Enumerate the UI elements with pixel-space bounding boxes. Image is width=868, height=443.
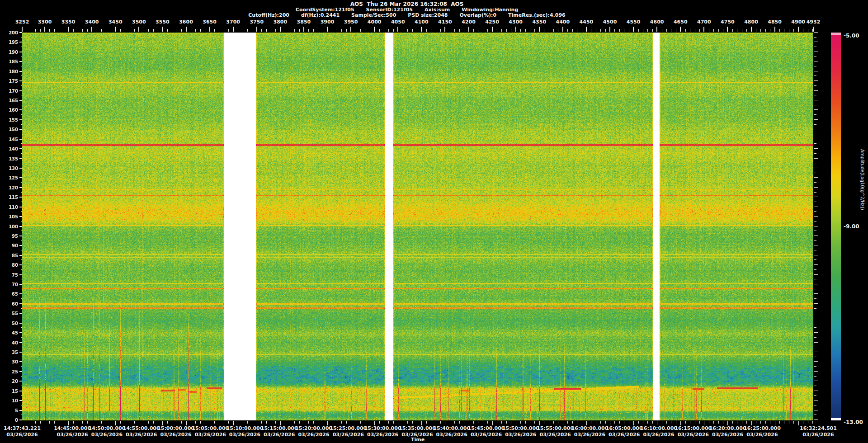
time-minor-tick (271, 421, 271, 424)
freq-right-tick (814, 47, 816, 47)
record-major-tick (421, 27, 422, 32)
record-minor-tick (224, 29, 224, 32)
record-tick-label: 4932 (807, 19, 821, 25)
record-minor-tick (214, 29, 215, 32)
record-tick-label: 4800 (744, 19, 758, 25)
record-minor-tick (125, 29, 125, 32)
freq-tick-label: 70 (2, 282, 18, 287)
time-minor-tick (713, 421, 714, 424)
record-minor-tick (360, 29, 361, 32)
time-minor-tick (398, 421, 398, 425)
freq-tick-label: 35 (2, 350, 18, 355)
record-minor-tick (643, 29, 643, 32)
record-minor-tick (511, 29, 511, 32)
freq-tick-label: 160 (2, 108, 18, 113)
freq-right-tick (814, 293, 818, 294)
time-minor-tick (167, 421, 168, 424)
time-minor-tick (685, 421, 686, 424)
time-tick-label: 16:05:00.000 (606, 425, 643, 431)
time-minor-tick (407, 421, 408, 424)
record-major-tick (444, 27, 445, 32)
date-tick-label: 03/26/2026 (678, 432, 709, 438)
time-minor-tick (379, 421, 380, 424)
time-minor-tick (751, 421, 752, 425)
time-minor-tick (210, 421, 210, 425)
time-minor-tick (624, 421, 624, 424)
time-tick-label: 15:50:00.000 (502, 425, 539, 431)
time-minor-tick (115, 421, 116, 425)
time-tick-label: 16:00:00.000 (571, 425, 609, 431)
colorbar-top-cap (831, 33, 841, 35)
time-minor-tick (370, 421, 370, 424)
freq-right-tick (814, 211, 816, 212)
time-minor-tick (313, 421, 314, 424)
record-minor-tick (346, 29, 347, 32)
record-minor-tick (567, 29, 568, 32)
record-minor-tick (111, 29, 111, 32)
time-minor-tick (120, 421, 121, 424)
time-minor-tick (643, 421, 643, 424)
record-major-tick (751, 27, 752, 32)
time-minor-tick (97, 421, 97, 424)
record-minor-tick (501, 29, 502, 32)
time-minor-tick (775, 421, 775, 425)
time-minor-tick (388, 421, 389, 424)
record-major-tick (162, 27, 163, 32)
time-minor-tick (285, 421, 285, 424)
record-minor-tick (732, 29, 733, 32)
colorbar-tick-label-mid: -9.00 (844, 223, 859, 230)
freq-right-tick (814, 75, 816, 76)
record-minor-tick (652, 29, 653, 32)
record-tick-label: 3400 (85, 19, 99, 25)
record-minor-tick (243, 29, 243, 32)
time-minor-tick (789, 421, 789, 424)
time-minor-tick (577, 421, 577, 424)
record-tick-label: 3700 (226, 19, 240, 25)
record-minor-tick (742, 29, 742, 32)
record-minor-tick (299, 29, 300, 32)
date-tick-label: 03/26/2026 (57, 432, 88, 438)
freq-right-tick (814, 139, 818, 139)
freq-right-tick (814, 90, 818, 91)
freq-right-tick (814, 347, 816, 347)
record-minor-tick (605, 29, 606, 32)
time-minor-tick (727, 421, 728, 425)
record-minor-tick (31, 29, 31, 32)
record-tick-label: 4100 (415, 19, 429, 25)
time-minor-tick (243, 421, 243, 424)
record-minor-tick (191, 29, 191, 32)
time-minor-tick (662, 421, 662, 424)
time-minor-tick (238, 421, 238, 424)
record-minor-tick (756, 29, 756, 32)
time-minor-tick (633, 421, 634, 425)
record-tick-label: 4050 (391, 19, 405, 25)
time-minor-tick (690, 421, 690, 424)
record-minor-tick (431, 29, 431, 32)
record-tick-label: 3252 (15, 19, 29, 25)
record-minor-tick (341, 29, 342, 32)
freq-right-tick (814, 202, 816, 202)
time-minor-tick (195, 421, 196, 424)
record-minor-tick (407, 29, 408, 32)
record-minor-tick (26, 29, 26, 32)
time-minor-tick (638, 421, 639, 424)
date-tick-label: 03/26/2026 (367, 432, 398, 438)
record-tick-label: 4200 (462, 19, 476, 25)
freq-right-tick (814, 192, 816, 193)
freq-tick-label: 180 (2, 69, 18, 74)
record-tick-label: 4550 (627, 19, 641, 25)
record-minor-tick (59, 29, 59, 32)
header-param: df(Hz):0.2441 (301, 12, 340, 18)
record-major-tick (350, 27, 351, 32)
time-minor-tick (629, 421, 629, 424)
record-minor-tick (577, 29, 577, 32)
record-major-tick (515, 27, 516, 32)
date-tick-label: 03/26/2026 (333, 432, 364, 438)
freq-right-tick (814, 255, 818, 255)
freq-tick-label: 120 (2, 185, 18, 190)
record-tick-label: 3650 (203, 19, 217, 25)
freq-tick-label: 5 (2, 408, 18, 413)
time-minor-tick (765, 421, 766, 424)
time-minor-tick (111, 421, 111, 424)
record-minor-tick (760, 29, 761, 32)
